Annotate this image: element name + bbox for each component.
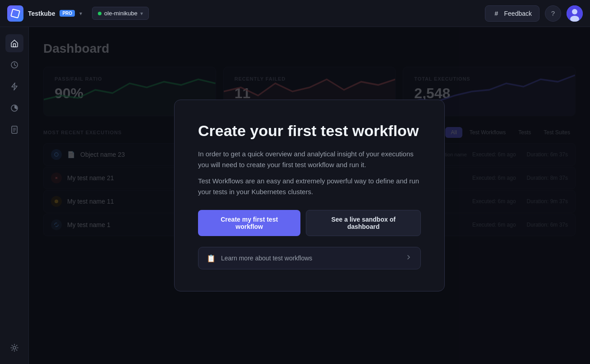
- modal-actions: Create my first test workflow See a live…: [198, 210, 421, 236]
- avatar-image: [567, 5, 583, 22]
- arrow-icon: [405, 254, 412, 263]
- svg-point-1: [572, 9, 577, 14]
- document-icon: 📋: [207, 254, 216, 263]
- top-nav: Testkube PRO ▾ ole-minikube ▾ # Feedback…: [0, 0, 590, 27]
- svg-point-10: [13, 346, 16, 349]
- modal-create-workflow: Create your first test workflow In order…: [174, 100, 445, 292]
- nav-right: # Feedback ?: [485, 5, 583, 22]
- help-button[interactable]: ?: [545, 5, 561, 22]
- slack-icon: #: [493, 9, 501, 18]
- logo-inner: [10, 8, 20, 18]
- modal-desc-2: Test Workflows are an easy and extremely…: [198, 176, 421, 197]
- workflows-icon: [10, 60, 19, 69]
- workspace-chevron-icon[interactable]: ▾: [79, 10, 82, 17]
- pro-badge: PRO: [60, 10, 75, 17]
- sidebar-item-settings[interactable]: [5, 339, 23, 357]
- sandbox-button[interactable]: See a live sandbox of dashboard: [306, 210, 421, 236]
- create-workflow-button[interactable]: Create my first test workflow: [198, 210, 300, 236]
- modal-overlay: Create your first test workflow In order…: [29, 27, 590, 364]
- env-name: ole-minikube: [104, 10, 138, 17]
- modal-desc-1: In order to get a quick overview and ana…: [198, 149, 421, 170]
- logo-icon[interactable]: [7, 5, 23, 22]
- learn-more-link[interactable]: 📋 Learn more about test workflows: [198, 247, 421, 269]
- lightning-icon: [10, 82, 19, 91]
- env-selector[interactable]: ole-minikube ▾: [92, 7, 149, 20]
- workspace-name: Testkube: [28, 10, 55, 17]
- sidebar-item-reports[interactable]: [5, 121, 23, 139]
- sidebar-item-home[interactable]: [5, 34, 23, 52]
- reports-icon: [10, 125, 19, 134]
- nav-left: Testkube PRO ▾ ole-minikube ▾: [7, 5, 149, 22]
- settings-icon: [10, 343, 19, 352]
- env-chevron-icon: ▾: [140, 10, 143, 17]
- analytics-icon: [10, 104, 19, 113]
- feedback-label: Feedback: [504, 10, 532, 17]
- help-icon: ?: [551, 9, 555, 17]
- avatar[interactable]: [567, 5, 583, 22]
- modal-title: Create your first test workflow: [198, 122, 421, 140]
- env-status-dot: [98, 12, 101, 15]
- svg-rect-3: [13, 44, 15, 47]
- sidebar: [0, 27, 29, 364]
- home-icon: [10, 39, 19, 48]
- feedback-button[interactable]: # Feedback: [485, 5, 539, 22]
- sidebar-item-lightning[interactable]: [5, 77, 23, 96]
- learn-more-text: Learn more about test workflows: [221, 255, 312, 262]
- sidebar-item-workflows[interactable]: [5, 56, 23, 74]
- sidebar-item-analytics[interactable]: [5, 99, 23, 117]
